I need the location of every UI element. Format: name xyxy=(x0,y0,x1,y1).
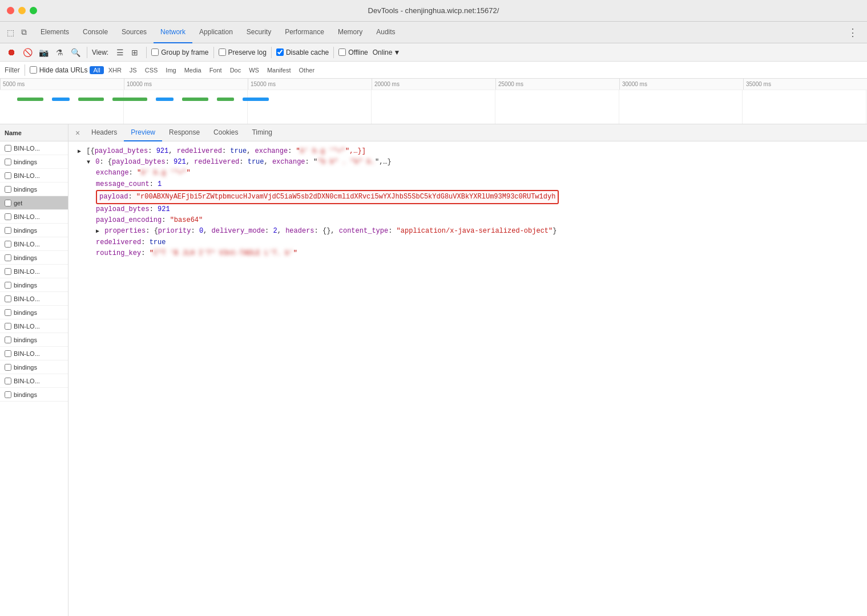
tab-application[interactable]: Application xyxy=(192,22,240,43)
tab-headers[interactable]: Headers xyxy=(84,124,124,141)
list-item[interactable]: bindings xyxy=(0,155,68,169)
list-item[interactable]: BIN-LO... xyxy=(0,169,68,183)
tab-timing[interactable]: Timing xyxy=(245,124,279,141)
file-checkbox[interactable] xyxy=(5,350,11,357)
list-item[interactable]: BIN-LO... xyxy=(0,237,68,251)
file-checkbox[interactable] xyxy=(5,172,11,179)
file-name: BIN-LO... xyxy=(14,323,40,330)
list-item[interactable]: bindings xyxy=(0,388,68,402)
collapse-root-icon[interactable]: ▶ xyxy=(78,148,81,155)
file-checkbox[interactable] xyxy=(5,282,11,289)
close-button[interactable] xyxy=(7,7,14,14)
file-list: Name BIN-LO... bindings BIN-LO... bindin… xyxy=(0,124,68,616)
disable-cache-text: Disable cache xyxy=(286,48,329,56)
offline-checkbox[interactable] xyxy=(338,48,346,56)
file-checkbox[interactable] xyxy=(5,309,11,316)
filter-other[interactable]: Other xyxy=(296,66,318,74)
list-item[interactable]: bindings xyxy=(0,251,68,265)
file-checkbox[interactable] xyxy=(5,364,11,371)
file-checkbox[interactable] xyxy=(5,213,11,220)
maximize-button[interactable] xyxy=(30,7,37,14)
tab-preview[interactable]: Preview xyxy=(124,124,162,141)
window-title: DevTools - chenjinghua.wicp.net:15672/ xyxy=(368,6,499,15)
list-item[interactable]: BIN-LO... xyxy=(0,374,68,388)
hide-data-urls-checkbox[interactable] xyxy=(30,66,37,74)
disable-cache-label[interactable]: Disable cache xyxy=(276,48,329,56)
disable-cache-checkbox[interactable] xyxy=(276,48,284,56)
list-item[interactable]: BIN-LO... xyxy=(0,292,68,306)
list-item[interactable]: bindings xyxy=(0,306,68,319)
tab-cookies[interactable]: Cookies xyxy=(207,124,245,141)
tab-audits[interactable]: Audits xyxy=(369,22,402,43)
device-icon[interactable]: ⧉ xyxy=(19,25,29,39)
collapse-0-icon[interactable]: ▼ xyxy=(87,159,90,165)
detail-close-button[interactable]: × xyxy=(73,128,82,137)
tab-memory[interactable]: Memory xyxy=(331,22,369,43)
tab-network[interactable]: Network xyxy=(154,22,192,43)
file-checkbox[interactable] xyxy=(5,295,11,302)
tab-elements[interactable]: Elements xyxy=(34,22,76,43)
group-by-frame-checkbox[interactable] xyxy=(151,48,159,56)
throttling-dropdown[interactable]: Online ▼ xyxy=(370,47,403,58)
list-item[interactable]: bindings xyxy=(0,360,68,374)
file-checkbox[interactable] xyxy=(5,241,11,248)
tab-response[interactable]: Response xyxy=(162,124,207,141)
camera-button[interactable]: 📷 xyxy=(37,46,50,59)
file-checkbox[interactable] xyxy=(5,227,11,234)
filter-js[interactable]: JS xyxy=(126,66,140,74)
record-button[interactable]: ⏺ xyxy=(5,46,18,59)
waterfall-view-button[interactable]: ⊞ xyxy=(128,46,142,59)
list-item[interactable]: BIN-LO... xyxy=(0,347,68,360)
list-item[interactable]: BIN-LO... xyxy=(0,141,68,155)
filter-font[interactable]: Font xyxy=(206,66,225,74)
file-checkbox[interactable] xyxy=(5,254,11,261)
file-checkbox[interactable] xyxy=(5,145,11,152)
list-item[interactable]: BIN-LO... xyxy=(0,265,68,278)
search-button[interactable]: 🔍 xyxy=(68,46,82,59)
file-checkbox[interactable] xyxy=(5,200,11,206)
preserve-log-label[interactable]: Preserve log xyxy=(219,48,267,56)
timeline-mark-1: 5000 ms xyxy=(0,79,124,90)
json-properties-line: ▶ properties: {priority: 0, delivery_mod… xyxy=(78,226,858,237)
group-by-frame-label[interactable]: Group by frame xyxy=(151,48,208,56)
filter-button[interactable]: ⚗ xyxy=(53,46,66,59)
hide-data-urls-label[interactable]: Hide data URLs xyxy=(30,66,88,74)
list-item[interactable]: bindings xyxy=(0,278,68,292)
filter-img[interactable]: Img xyxy=(162,66,179,74)
more-tabs-icon[interactable]: ⋮ xyxy=(843,24,862,41)
filter-css[interactable]: CSS xyxy=(142,66,162,74)
list-item[interactable]: BIN-LO... xyxy=(0,210,68,224)
list-item[interactable]: bindings xyxy=(0,224,68,237)
list-item[interactable]: bindings xyxy=(0,333,68,347)
preserve-log-checkbox[interactable] xyxy=(219,48,226,56)
collapse-properties-icon[interactable]: ▶ xyxy=(96,228,99,234)
filter-ws[interactable]: WS xyxy=(245,66,263,74)
file-checkbox[interactable] xyxy=(5,391,11,398)
file-checkbox[interactable] xyxy=(5,378,11,384)
tab-security[interactable]: Security xyxy=(240,22,278,43)
filter-all[interactable]: All xyxy=(90,66,103,74)
list-view-button[interactable]: ☰ xyxy=(113,46,127,59)
filter-manifest[interactable]: Manifest xyxy=(264,66,295,74)
minimize-button[interactable] xyxy=(18,7,26,14)
file-checkbox[interactable] xyxy=(5,337,11,343)
file-checkbox[interactable] xyxy=(5,323,11,330)
inspect-icon[interactable]: ⬚ xyxy=(5,26,17,39)
list-item[interactable]: bindings xyxy=(0,183,68,196)
clear-button[interactable]: 🚫 xyxy=(21,46,34,59)
timeline-graph[interactable] xyxy=(0,90,867,124)
tab-sources[interactable]: Sources xyxy=(115,22,154,43)
offline-label[interactable]: Offline xyxy=(338,48,368,56)
file-checkbox[interactable] xyxy=(5,186,11,193)
tab-performance[interactable]: Performance xyxy=(278,22,331,43)
filter-doc[interactable]: Doc xyxy=(227,66,245,74)
file-checkbox[interactable] xyxy=(5,159,11,165)
filter-xhr[interactable]: XHR xyxy=(105,66,125,74)
filter-media[interactable]: Media xyxy=(181,66,205,74)
file-checkbox[interactable] xyxy=(5,268,11,275)
list-item[interactable]: BIN-LO... xyxy=(0,319,68,333)
tab-console[interactable]: Console xyxy=(76,22,115,43)
list-item-get[interactable]: get xyxy=(0,196,68,210)
file-name: bindings xyxy=(14,364,37,371)
preview-content[interactable]: ▶ [{payload_bytes: 921, redelivered: tru… xyxy=(68,141,867,616)
